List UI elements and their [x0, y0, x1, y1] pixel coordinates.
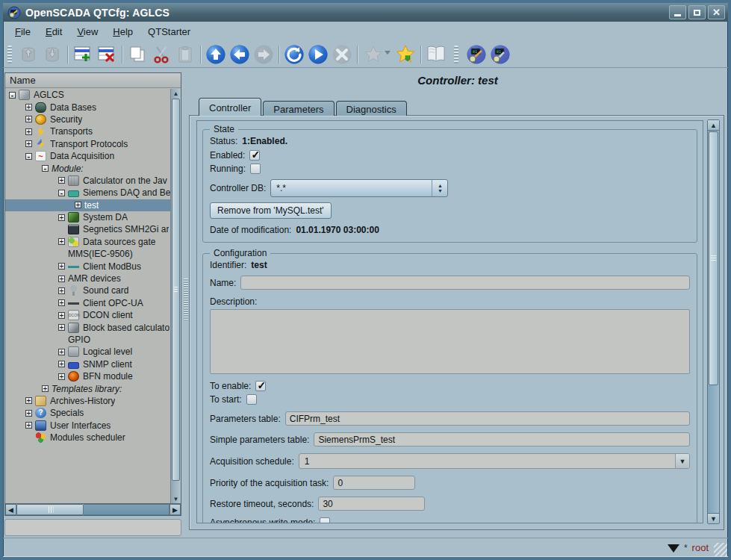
tree-hscroll-thumb[interactable] [16, 504, 84, 515]
toolbar-grip[interactable] [7, 46, 12, 63]
name-input[interactable] [240, 276, 690, 290]
tree-vertical-scrollbar[interactable]: ▲ ▼ [170, 89, 181, 503]
menu-view[interactable]: View [69, 24, 105, 40]
tree-item-siemens[interactable]: Siemens DAQ and Be [5, 187, 170, 199]
menu-file[interactable]: File [7, 24, 38, 40]
expand-icon[interactable] [42, 385, 49, 392]
expand-icon[interactable] [58, 324, 65, 331]
stop-button[interactable] [330, 43, 354, 66]
tree-item-transport-protocols[interactable]: Transport Protocols [5, 138, 170, 150]
menu-help[interactable]: Help [105, 24, 140, 40]
tree-search-input[interactable] [4, 519, 181, 536]
tree-item-transports[interactable]: Transports [5, 125, 170, 137]
controller-db-combo[interactable]: *.* ▲▼ [270, 179, 448, 197]
qtstarter-tools-button[interactable]: 01 [488, 43, 512, 66]
toolbar-grip[interactable] [454, 46, 458, 63]
expand-icon[interactable] [25, 422, 32, 429]
resize-grip[interactable] [714, 543, 727, 556]
tree-item-security[interactable]: Security [5, 113, 170, 125]
copy-button[interactable] [125, 43, 149, 66]
favorite-dropdown-icon[interactable] [385, 51, 391, 57]
close-button[interactable]: ✕ [708, 5, 725, 19]
expand-icon[interactable] [58, 276, 65, 282]
up-button[interactable] [204, 43, 228, 66]
scroll-left-icon[interactable]: ◀ [5, 504, 16, 515]
restore-timeout-input[interactable] [318, 497, 425, 511]
expand-icon[interactable] [58, 361, 65, 367]
tree-item-module[interactable]: Module: [5, 162, 170, 174]
minimize-button[interactable] [669, 5, 686, 19]
priority-input[interactable] [333, 476, 415, 490]
expand-icon[interactable] [25, 140, 32, 147]
scroll-up-icon[interactable]: ▲ [171, 89, 181, 98]
expand-icon[interactable] [25, 397, 32, 404]
to-enable-checkbox[interactable] [255, 381, 266, 391]
tree-horizontal-scrollbar[interactable]: ◀ ▶ [5, 503, 181, 515]
tree-item-user-interfaces[interactable]: User Interfaces [5, 420, 170, 432]
tree-item-gpio[interactable]: GPIO [5, 334, 170, 346]
description-textarea[interactable] [210, 309, 690, 374]
expand-icon[interactable] [25, 128, 32, 135]
menu-qtstarter[interactable]: QTStarter [140, 24, 198, 40]
back-button[interactable] [228, 43, 252, 66]
collapse-icon[interactable] [58, 190, 65, 196]
add-favorite-button[interactable] [394, 43, 417, 66]
tree-item-archives-history[interactable]: Archives-History [5, 395, 170, 407]
expand-icon[interactable] [58, 263, 65, 270]
expand-icon[interactable] [25, 116, 32, 122]
load-button[interactable] [16, 43, 40, 66]
tree-item-test-selected[interactable]: test [5, 199, 170, 211]
manual-button[interactable] [424, 43, 448, 66]
delete-item-button[interactable] [95, 43, 119, 66]
scroll-down-icon[interactable]: ▼ [708, 513, 719, 523]
tree-item-client-opc-ua[interactable]: Client OPC-UA [5, 297, 170, 309]
qtstarter-config-button[interactable]: 01 [464, 43, 488, 66]
tree-item-aglcs[interactable]: AGLCS [5, 89, 170, 101]
scroll-right-icon[interactable]: ▶ [169, 504, 181, 515]
cut-button[interactable] [149, 43, 173, 66]
tree-vscroll-thumb[interactable] [172, 99, 180, 481]
tree-item-modules-scheduler[interactable]: Modules scheduler [5, 432, 170, 444]
tree-item-data-bases[interactable]: Data Bases [5, 101, 170, 113]
running-checkbox[interactable] [250, 164, 261, 174]
tree-item-data-acquisition[interactable]: Data Acquisition [5, 150, 170, 162]
panel-vertical-scrollbar[interactable]: ▲ ▼ [707, 119, 720, 524]
expand-icon[interactable] [58, 238, 65, 245]
expand-icon[interactable] [58, 373, 65, 380]
parameters-table-input[interactable] [285, 411, 690, 426]
scroll-down-icon[interactable]: ▼ [171, 494, 181, 503]
tree-item-client-modbus[interactable]: Client ModBus [5, 260, 170, 272]
expand-icon[interactable] [25, 410, 32, 417]
tree-item-bfn-module[interactable]: BFN module [5, 370, 170, 382]
expand-icon[interactable] [25, 104, 32, 111]
paste-button[interactable] [173, 43, 197, 66]
refresh-button[interactable] [282, 43, 306, 66]
tree-item-logical-level[interactable]: Logical level [5, 346, 170, 358]
tree-item-segnetics[interactable]: Segnetics SMH2Gi ar [5, 223, 170, 235]
tab-controller[interactable]: Controller [199, 98, 261, 116]
collapse-icon[interactable] [42, 165, 49, 172]
collapse-icon[interactable] [9, 92, 16, 99]
maximize-button[interactable] [688, 5, 706, 19]
tree-item-system-da[interactable]: System DA [5, 211, 170, 223]
panel-splitter[interactable] [183, 68, 189, 538]
collapse-icon[interactable] [25, 153, 32, 160]
tab-parameters[interactable]: Parameters [263, 101, 334, 116]
add-item-button[interactable] [71, 43, 95, 66]
enabled-checkbox[interactable] [249, 150, 260, 161]
expand-icon[interactable] [58, 312, 65, 319]
async-write-checkbox[interactable] [320, 517, 330, 523]
expand-icon[interactable] [58, 349, 65, 355]
start-button[interactable] [306, 43, 330, 66]
tree-item-amr-devices[interactable]: AMR devices [5, 273, 170, 284]
save-button[interactable] [40, 43, 64, 66]
expand-icon[interactable] [58, 214, 65, 221]
tree-item-specials[interactable]: Specials [5, 407, 170, 419]
tree-item-dcon-client[interactable]: DCONDCON client [5, 309, 170, 321]
tree-item-mms[interactable]: MMS(IEC-9506) [5, 248, 170, 260]
expand-icon[interactable] [58, 299, 65, 306]
tree-item-templates-library[interactable]: Templates library: [5, 382, 170, 394]
tab-diagnostics[interactable]: Diagnostics [336, 101, 407, 116]
tree-item-data-sources-gate[interactable]: Data sources gate [5, 236, 170, 248]
menu-edit[interactable]: Edit [38, 24, 69, 40]
